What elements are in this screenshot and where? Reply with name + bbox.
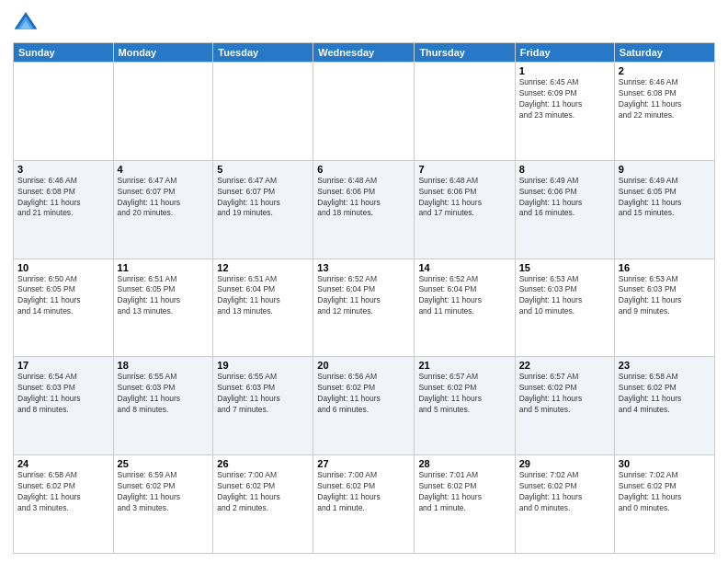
week-row-3: 10Sunrise: 6:50 AM Sunset: 6:05 PM Dayli… [14,259,715,357]
calendar-cell: 23Sunrise: 6:58 AM Sunset: 6:02 PM Dayli… [614,357,714,455]
day-number: 5 [217,164,309,175]
calendar-cell: 4Sunrise: 6:47 AM Sunset: 6:07 PM Daylig… [113,160,213,259]
day-number: 16 [619,262,711,273]
day-info: Sunrise: 6:53 AM Sunset: 6:03 PM Dayligh… [519,274,610,318]
col-header-wednesday: Wednesday [313,43,415,63]
calendar-cell: 6Sunrise: 6:48 AM Sunset: 6:06 PM Daylig… [313,160,415,259]
day-number: 29 [519,458,610,469]
calendar-header-row: SundayMondayTuesdayWednesdayThursdayFrid… [14,43,715,63]
day-number: 8 [519,164,610,175]
day-info: Sunrise: 7:02 AM Sunset: 6:02 PM Dayligh… [619,470,711,514]
calendar-cell: 10Sunrise: 6:50 AM Sunset: 6:05 PM Dayli… [14,259,114,357]
day-number: 11 [118,262,210,273]
calendar-cell: 13Sunrise: 6:52 AM Sunset: 6:04 PM Dayli… [313,259,415,357]
day-number: 30 [619,458,711,469]
day-number: 9 [619,164,711,175]
day-info: Sunrise: 6:47 AM Sunset: 6:07 PM Dayligh… [217,176,309,220]
calendar-cell: 8Sunrise: 6:49 AM Sunset: 6:06 PM Daylig… [515,160,614,259]
calendar-cell: 29Sunrise: 7:02 AM Sunset: 6:02 PM Dayli… [515,455,614,554]
day-number: 17 [17,360,109,371]
day-info: Sunrise: 6:57 AM Sunset: 6:02 PM Dayligh… [418,372,510,416]
calendar-cell: 20Sunrise: 6:56 AM Sunset: 6:02 PM Dayli… [313,357,415,455]
calendar-cell [14,63,114,161]
calendar-cell [213,63,313,161]
day-number: 10 [17,262,109,273]
day-info: Sunrise: 7:00 AM Sunset: 6:02 PM Dayligh… [317,470,410,514]
day-number: 2 [619,65,711,76]
col-header-monday: Monday [113,43,213,63]
day-number: 7 [418,164,510,175]
logo-icon [13,9,39,35]
calendar-cell: 12Sunrise: 6:51 AM Sunset: 6:04 PM Dayli… [213,259,313,357]
day-number: 4 [118,164,210,175]
calendar-cell [415,63,515,161]
day-info: Sunrise: 6:46 AM Sunset: 6:08 PM Dayligh… [17,176,109,220]
day-info: Sunrise: 6:45 AM Sunset: 6:09 PM Dayligh… [519,77,610,121]
day-info: Sunrise: 6:50 AM Sunset: 6:05 PM Dayligh… [17,274,109,318]
day-info: Sunrise: 6:53 AM Sunset: 6:03 PM Dayligh… [619,274,711,318]
day-number: 23 [619,360,711,371]
calendar-cell: 9Sunrise: 6:49 AM Sunset: 6:05 PM Daylig… [614,160,714,259]
day-info: Sunrise: 7:00 AM Sunset: 6:02 PM Dayligh… [217,470,309,514]
day-info: Sunrise: 6:58 AM Sunset: 6:02 PM Dayligh… [619,372,711,416]
day-info: Sunrise: 6:46 AM Sunset: 6:08 PM Dayligh… [619,77,711,121]
day-number: 20 [317,360,410,371]
calendar-table: SundayMondayTuesdayWednesdayThursdayFrid… [13,42,715,554]
day-info: Sunrise: 6:47 AM Sunset: 6:07 PM Dayligh… [118,176,210,220]
calendar-cell: 15Sunrise: 6:53 AM Sunset: 6:03 PM Dayli… [515,259,614,357]
calendar-cell: 1Sunrise: 6:45 AM Sunset: 6:09 PM Daylig… [515,63,614,161]
calendar-cell: 22Sunrise: 6:57 AM Sunset: 6:02 PM Dayli… [515,357,614,455]
col-header-friday: Friday [515,43,614,63]
day-info: Sunrise: 6:55 AM Sunset: 6:03 PM Dayligh… [217,372,309,416]
calendar-cell: 19Sunrise: 6:55 AM Sunset: 6:03 PM Dayli… [213,357,313,455]
col-header-thursday: Thursday [415,43,515,63]
calendar-cell: 30Sunrise: 7:02 AM Sunset: 6:02 PM Dayli… [614,455,714,554]
calendar-cell: 14Sunrise: 6:52 AM Sunset: 6:04 PM Dayli… [415,259,515,357]
calendar-cell: 25Sunrise: 6:59 AM Sunset: 6:02 PM Dayli… [113,455,213,554]
day-info: Sunrise: 6:51 AM Sunset: 6:04 PM Dayligh… [217,274,309,318]
week-row-5: 24Sunrise: 6:58 AM Sunset: 6:02 PM Dayli… [14,455,715,554]
logo [13,9,42,35]
day-info: Sunrise: 6:52 AM Sunset: 6:04 PM Dayligh… [418,274,510,318]
day-number: 3 [17,164,109,175]
calendar-cell: 26Sunrise: 7:00 AM Sunset: 6:02 PM Dayli… [213,455,313,554]
calendar-cell: 2Sunrise: 6:46 AM Sunset: 6:08 PM Daylig… [614,63,714,161]
day-info: Sunrise: 6:59 AM Sunset: 6:02 PM Dayligh… [118,470,210,514]
day-number: 28 [418,458,510,469]
calendar-cell: 21Sunrise: 6:57 AM Sunset: 6:02 PM Dayli… [415,357,515,455]
day-number: 26 [217,458,309,469]
calendar-cell: 27Sunrise: 7:00 AM Sunset: 6:02 PM Dayli… [313,455,415,554]
day-info: Sunrise: 6:48 AM Sunset: 6:06 PM Dayligh… [317,176,410,220]
day-info: Sunrise: 6:48 AM Sunset: 6:06 PM Dayligh… [418,176,510,220]
calendar-cell: 7Sunrise: 6:48 AM Sunset: 6:06 PM Daylig… [415,160,515,259]
day-info: Sunrise: 6:51 AM Sunset: 6:05 PM Dayligh… [118,274,210,318]
week-row-1: 1Sunrise: 6:45 AM Sunset: 6:09 PM Daylig… [14,63,715,161]
col-header-saturday: Saturday [614,43,714,63]
col-header-tuesday: Tuesday [213,43,313,63]
day-number: 25 [118,458,210,469]
week-row-2: 3Sunrise: 6:46 AM Sunset: 6:08 PM Daylig… [14,160,715,259]
day-number: 18 [118,360,210,371]
day-number: 24 [17,458,109,469]
page: SundayMondayTuesdayWednesdayThursdayFrid… [0,0,728,563]
day-info: Sunrise: 7:02 AM Sunset: 6:02 PM Dayligh… [519,470,610,514]
day-info: Sunrise: 6:55 AM Sunset: 6:03 PM Dayligh… [118,372,210,416]
calendar-cell [113,63,213,161]
day-number: 21 [418,360,510,371]
calendar-cell: 28Sunrise: 7:01 AM Sunset: 6:02 PM Dayli… [415,455,515,554]
week-row-4: 17Sunrise: 6:54 AM Sunset: 6:03 PM Dayli… [14,357,715,455]
day-number: 22 [519,360,610,371]
day-number: 1 [519,65,610,76]
day-number: 15 [519,262,610,273]
day-info: Sunrise: 6:56 AM Sunset: 6:02 PM Dayligh… [317,372,410,416]
calendar-cell: 3Sunrise: 6:46 AM Sunset: 6:08 PM Daylig… [14,160,114,259]
calendar-cell: 5Sunrise: 6:47 AM Sunset: 6:07 PM Daylig… [213,160,313,259]
day-number: 12 [217,262,309,273]
header [13,9,715,35]
day-info: Sunrise: 6:49 AM Sunset: 6:05 PM Dayligh… [619,176,711,220]
day-info: Sunrise: 6:58 AM Sunset: 6:02 PM Dayligh… [17,470,109,514]
day-info: Sunrise: 6:57 AM Sunset: 6:02 PM Dayligh… [519,372,610,416]
day-info: Sunrise: 6:52 AM Sunset: 6:04 PM Dayligh… [317,274,410,318]
calendar-cell: 11Sunrise: 6:51 AM Sunset: 6:05 PM Dayli… [113,259,213,357]
day-number: 14 [418,262,510,273]
